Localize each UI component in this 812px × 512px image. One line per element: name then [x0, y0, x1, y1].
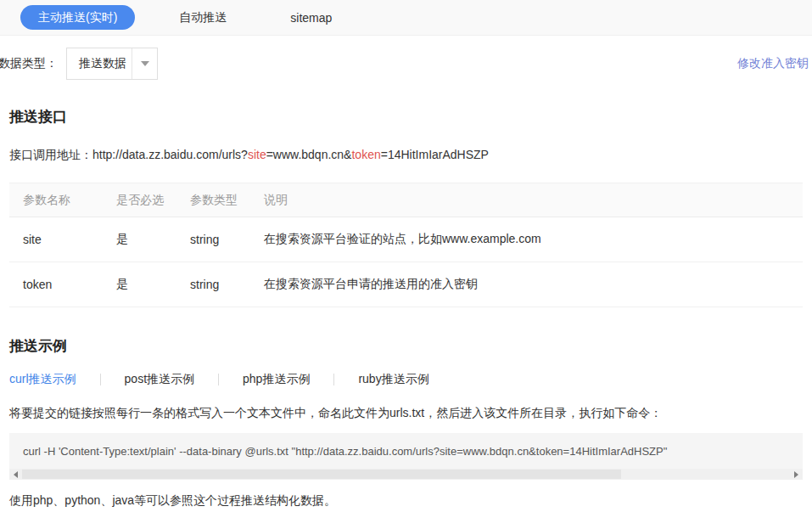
cell-description: 在搜索资源平台申请的推送用的准入密钥	[250, 262, 803, 307]
datatype-label: 数据类型：	[0, 56, 58, 71]
cell-description: 在搜索资源平台验证的站点，比如www.example.com	[250, 217, 803, 262]
curl-code-block: curl -H 'Content-Type:text/plain' --data…	[9, 433, 803, 480]
tab-post-example[interactable]: post推送示例	[125, 372, 194, 387]
dropdown-caret-box[interactable]	[132, 48, 157, 79]
example-tabs: curl推送示例 post推送示例 php推送示例 ruby推送示例	[9, 372, 803, 387]
tab-sitemap[interactable]: sitemap	[290, 11, 332, 25]
push-api-heading: 推送接口	[9, 107, 803, 127]
cell-param-type: string	[176, 217, 250, 262]
api-param-site: site	[248, 148, 266, 161]
cell-param-type: string	[176, 262, 250, 307]
col-header-param-type: 参数类型	[176, 183, 250, 217]
horizontal-scrollbar[interactable]	[9, 469, 803, 480]
table-row-token: token 是 string 在搜索资源平台申请的推送用的准入密钥	[9, 262, 803, 307]
tab-php-example[interactable]: php推送示例	[243, 372, 310, 387]
tab-curl-example[interactable]: curl推送示例	[9, 372, 76, 387]
tab-separator	[333, 374, 334, 385]
modify-access-key-link[interactable]: 修改准入密钥	[737, 56, 809, 71]
tab-active-push-realtime[interactable]: 主动推送(实时)	[20, 5, 135, 30]
tab-ruby-example[interactable]: ruby推送示例	[358, 372, 428, 387]
tab-auto-push[interactable]: 自动推送	[179, 10, 227, 25]
main-content: 推送接口 接口调用地址：http://data.zz.baidu.com/url…	[0, 107, 812, 509]
api-address-line: 接口调用地址：http://data.zz.baidu.com/urls?sit…	[9, 148, 803, 163]
cell-param-name: token	[9, 262, 103, 307]
curl-command-text: curl -H 'Content-Type:text/plain' --data…	[9, 433, 803, 469]
api-address-label: 接口调用地址：	[9, 148, 92, 161]
scrollbar-thumb[interactable]	[22, 470, 621, 479]
tab-separator	[100, 374, 101, 385]
scroll-left-icon	[14, 471, 18, 478]
datatype-row: 数据类型： 推送数据 修改准入密钥	[0, 48, 812, 80]
top-tab-bar: 主动推送(实时) 自动推送 sitemap	[0, 0, 812, 36]
params-table: 参数名称 是否必选 参数类型 说明 site 是 string 在搜索资源平台验…	[9, 183, 803, 307]
scroll-right-icon	[794, 471, 798, 478]
datatype-dropdown[interactable]: 推送数据	[66, 48, 158, 80]
scrollbar-track[interactable]	[22, 469, 790, 480]
cell-required: 是	[103, 217, 176, 262]
api-site-value: =www.bdqn.cn&	[266, 148, 352, 161]
cell-param-name: site	[9, 217, 103, 262]
cell-required: 是	[103, 262, 176, 307]
api-url-prefix: http://data.zz.baidu.com/urls?	[92, 148, 248, 161]
api-param-token: token	[351, 148, 380, 161]
tab-separator	[218, 374, 219, 385]
params-table-header-row: 参数名称 是否必选 参数类型 说明	[9, 183, 803, 217]
push-examples-heading: 推送示例	[9, 336, 803, 356]
scroll-right-button[interactable]	[790, 469, 803, 480]
api-token-value: =14HitImIarAdHSZP	[381, 148, 489, 161]
datatype-selected-value: 推送数据	[67, 56, 132, 71]
scroll-left-button[interactable]	[9, 469, 22, 480]
col-header-required: 是否必选	[103, 183, 176, 217]
example-instruction-text: 将要提交的链接按照每行一条的格式写入一个文本文件中，命名此文件为urls.txt…	[9, 406, 803, 421]
footer-note-text: 使用php、python、java等可以参照这个过程推送结构化数据。	[9, 493, 803, 509]
table-row-site: site 是 string 在搜索资源平台验证的站点，比如www.example…	[9, 217, 803, 262]
col-header-param-name: 参数名称	[9, 183, 103, 217]
col-header-description: 说明	[250, 183, 803, 217]
chevron-down-icon	[141, 61, 149, 66]
